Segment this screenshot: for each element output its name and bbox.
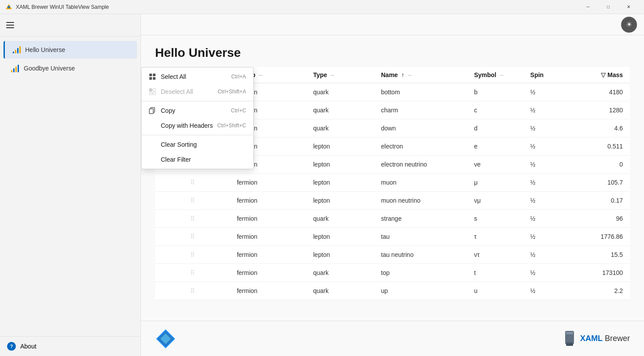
cm-select-all[interactable]: Select All Ctrl+A xyxy=(141,69,253,84)
brewer-logo xyxy=(155,328,176,349)
cell-symbol: νμ xyxy=(467,192,523,210)
sidebar-item-hello-universe-label: Hello Universe xyxy=(25,46,65,53)
svg-point-1 xyxy=(7,6,10,8)
svg-rect-19 xyxy=(149,109,153,114)
hamburger-button[interactable] xyxy=(4,19,17,31)
cell-group: fermion xyxy=(230,228,306,246)
cm-clear-sorting-label: Clear Sorting xyxy=(161,141,197,148)
th-mass-label: Mass xyxy=(607,71,623,78)
table-row[interactable]: ⠿ fermion quark top t ½ 173100 xyxy=(155,264,630,282)
svg-rect-9 xyxy=(18,65,19,72)
cell-symbol: e xyxy=(467,137,523,156)
copy-headers-icon xyxy=(148,122,156,130)
th-symbol[interactable]: Symbol ··· xyxy=(467,67,523,83)
th-spin-label: Spin xyxy=(530,71,544,78)
table-row[interactable]: ⠿ fermion quark strange s ½ 96 xyxy=(155,210,630,228)
theme-toggle-button[interactable]: ☀ xyxy=(621,17,637,33)
close-button[interactable]: ✕ xyxy=(618,0,639,14)
content-header: ☀ xyxy=(141,14,644,35)
filter-icon[interactable]: ▽ xyxy=(601,71,606,78)
cell-symbol: d xyxy=(467,119,523,137)
cell-name: electron neutrino xyxy=(374,156,467,174)
cell-mass: 105.7 xyxy=(578,174,630,192)
table-container[interactable]: ⠿ Group ··· Type ··· Name ↑ xyxy=(141,67,644,321)
th-symbol-more: ··· xyxy=(500,73,503,78)
sort-asc-icon: ↑ xyxy=(401,71,404,78)
cell-name: electron xyxy=(374,137,467,156)
table-row[interactable]: ⠿ fermion lepton muon μ ½ 105.7 xyxy=(155,174,630,192)
cell-spin: ½ xyxy=(523,210,578,228)
maximize-button[interactable]: □ xyxy=(598,0,618,14)
svg-rect-15 xyxy=(153,89,155,91)
svg-rect-13 xyxy=(153,77,155,80)
sidebar-item-hello-universe[interactable]: Hello Universe xyxy=(4,41,137,59)
svg-rect-8 xyxy=(15,67,17,72)
cell-group: fermion xyxy=(230,246,306,264)
th-name-label: Name xyxy=(381,71,398,78)
cell-name: up xyxy=(374,282,467,300)
cm-copy[interactable]: Copy Ctrl+C xyxy=(141,103,253,118)
cell-spin: ½ xyxy=(523,192,578,210)
svg-rect-26 xyxy=(566,343,573,346)
cm-deselect-all-label: Deselect All xyxy=(161,88,193,95)
minimize-button[interactable]: ─ xyxy=(578,0,598,14)
cell-mass: 4.6 xyxy=(578,119,630,137)
table-row[interactable]: ⠿ fermion lepton tau neutrino ντ ½ 15.5 xyxy=(155,246,630,264)
th-name[interactable]: Name ↑ ··· xyxy=(374,67,467,83)
svg-rect-5 xyxy=(19,46,21,53)
cell-spin: ½ xyxy=(523,156,578,174)
sidebar: Hello Universe Goodbye Universe ? About xyxy=(0,14,141,356)
svg-rect-17 xyxy=(153,92,155,95)
sidebar-item-goodbye-universe[interactable]: Goodbye Universe xyxy=(4,59,137,77)
cell-mass: 1776.86 xyxy=(578,228,630,246)
cell-symbol: νe xyxy=(467,156,523,174)
cm-clear-sorting[interactable]: Clear Sorting xyxy=(141,137,253,152)
hamburger-line-1 xyxy=(6,22,14,23)
cell-name: tau xyxy=(374,228,467,246)
cm-clear-filter[interactable]: Clear Filter xyxy=(141,152,253,167)
cell-name: muon neutrino xyxy=(374,192,467,210)
th-type-label: Type xyxy=(313,71,327,78)
cm-select-all-shortcut: Ctrl+A xyxy=(231,74,246,80)
brewer-diamond-icon xyxy=(155,328,176,349)
th-mass[interactable]: ▽ Mass xyxy=(578,67,630,83)
nav-items: Hello Universe Goodbye Universe xyxy=(0,37,141,336)
cell-type: quark xyxy=(306,264,374,282)
about-label[interactable]: About xyxy=(20,343,37,350)
cm-divider-1 xyxy=(141,101,253,101)
cm-copy-with-headers-label: Copy with Headers xyxy=(161,122,213,129)
cell-name: strange xyxy=(374,210,467,228)
xaml-text: XAML xyxy=(580,334,603,343)
cell-spin: ½ xyxy=(523,119,578,137)
cm-copy-with-headers-shortcut: Ctrl+Shift+C xyxy=(217,122,246,129)
page-title: Hello Universe xyxy=(155,46,630,60)
cell-name: down xyxy=(374,119,467,137)
cell-type: lepton xyxy=(306,228,374,246)
cell-symbol: b xyxy=(467,83,523,101)
cell-symbol: t xyxy=(467,264,523,282)
th-type[interactable]: Type ··· xyxy=(306,67,374,83)
cell-type: quark xyxy=(306,210,374,228)
cell-group: fermion xyxy=(230,282,306,300)
sidebar-bottom: ? About xyxy=(0,336,141,356)
cell-group: fermion xyxy=(230,210,306,228)
cell-symbol: s xyxy=(467,210,523,228)
sidebar-item-goodbye-universe-label: Goodbye Universe xyxy=(24,65,75,72)
hamburger-line-3 xyxy=(6,27,14,28)
app-icon xyxy=(5,4,12,11)
brewer-brand: XAML Brewer xyxy=(563,329,630,349)
table-row[interactable]: ⠿ fermion quark up u ½ 2.2 xyxy=(155,282,630,300)
table-row[interactable]: ⠿ fermion lepton tau τ ½ 1776.86 xyxy=(155,228,630,246)
context-menu: Select All Ctrl+A Deselect All Ctrl+Shif… xyxy=(141,67,254,169)
cell-type: lepton xyxy=(306,192,374,210)
cell-mass: 15.5 xyxy=(578,246,630,264)
title-bar-text: XAML Brewer WinUI TableView Sample xyxy=(16,4,109,10)
copy-icon xyxy=(148,107,156,115)
cell-mass: 0 xyxy=(578,156,630,174)
th-spin[interactable]: Spin xyxy=(523,67,578,83)
cm-copy-shortcut: Ctrl+C xyxy=(231,108,246,114)
cell-group: fermion xyxy=(230,192,306,210)
table-row[interactable]: ⠿ fermion lepton muon neutrino νμ ½ 0.17 xyxy=(155,192,630,210)
page-title-area: Hello Universe xyxy=(141,35,644,67)
cm-copy-with-headers[interactable]: Copy with Headers Ctrl+Shift+C xyxy=(141,118,253,133)
